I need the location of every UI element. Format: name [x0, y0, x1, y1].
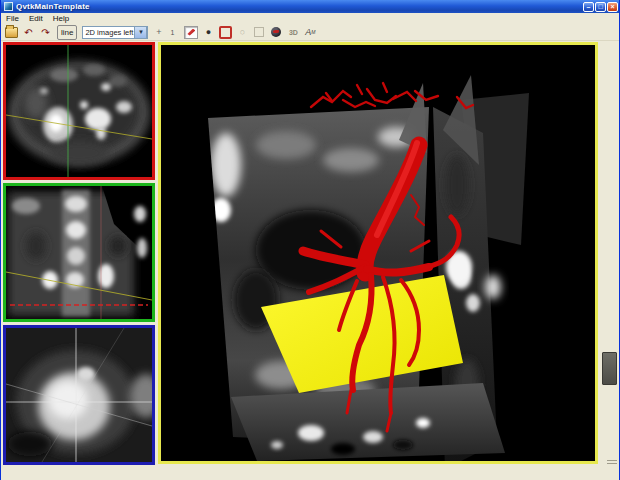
box-tool-button[interactable]	[252, 26, 266, 39]
annotation-tool-button[interactable]: AM	[303, 26, 317, 39]
sphere-tool-button[interactable]: ●	[201, 26, 215, 39]
main-3d-viewport[interactable]	[158, 42, 598, 464]
line-tool-button[interactable]: line	[57, 25, 77, 40]
menu-edit[interactable]: Edit	[24, 13, 48, 24]
cursor-mark: 1	[170, 29, 174, 36]
content-area	[1, 41, 620, 480]
red-box-icon	[219, 26, 232, 39]
toolbar: ↶ ↷ line 2D images left ▾ + 1 ● ○ 3D AM	[1, 24, 620, 41]
coronal-2d-viewport[interactable]	[3, 183, 155, 322]
tool-icon-group: ● ○ 3D AM	[184, 26, 317, 39]
axial-ct-image	[6, 45, 152, 177]
view-mode-select[interactable]: 2D images left ▾	[82, 26, 148, 39]
rotation-slider-thumb[interactable]	[602, 352, 617, 385]
marker-icon	[187, 29, 195, 36]
orientation-corner-marks	[607, 458, 617, 466]
globe-icon	[271, 27, 281, 37]
globe-tool-button[interactable]	[269, 26, 283, 39]
circle-tool-button[interactable]: ○	[235, 26, 249, 39]
view-mode-value: 2D images left	[83, 28, 134, 37]
window-title: QvtkMainTemplate	[16, 2, 583, 11]
axial-2d-viewport[interactable]	[3, 42, 155, 180]
undo-icon: ↶	[24, 27, 32, 38]
minimize-button[interactable]: –	[583, 2, 594, 12]
box-outline-icon	[254, 27, 264, 37]
redo-icon: ↷	[41, 27, 49, 38]
open-button[interactable]	[4, 25, 19, 39]
zoom-in-button[interactable]: +	[151, 25, 166, 39]
threed-tool-button[interactable]: 3D	[286, 26, 300, 39]
coronal-ct-image	[6, 186, 152, 319]
oblique-2d-viewport[interactable]	[3, 325, 155, 465]
region-tool-button[interactable]	[218, 26, 232, 39]
title-bar: QvtkMainTemplate – □ ×	[1, 0, 620, 13]
menu-file[interactable]: File	[1, 13, 24, 24]
maximize-button[interactable]: □	[595, 2, 606, 12]
undo-button[interactable]: ↶	[21, 25, 36, 39]
close-button[interactable]: ×	[607, 2, 618, 12]
app-window: QvtkMainTemplate – □ × File Edit Help ↶ …	[0, 0, 620, 480]
app-icon	[4, 2, 13, 11]
menu-help[interactable]: Help	[48, 13, 74, 24]
open-folder-icon	[5, 27, 18, 38]
3d-scene	[161, 45, 595, 461]
oblique-ct-image	[6, 328, 152, 462]
marker-tool-button[interactable]	[184, 26, 198, 39]
chevron-down-icon[interactable]: ▾	[134, 26, 147, 39]
redo-button[interactable]: ↷	[38, 25, 53, 39]
